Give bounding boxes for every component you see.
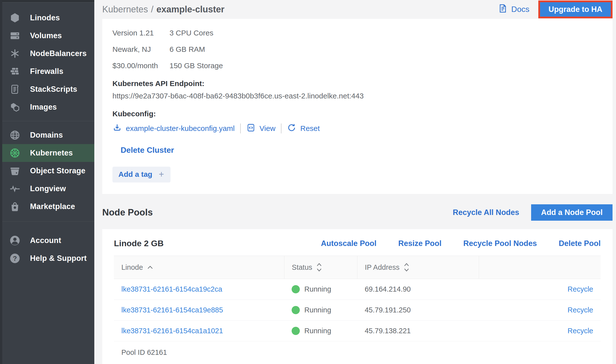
delete-cluster-link[interactable]: Delete Cluster	[121, 146, 174, 155]
breadcrumb-kubernetes[interactable]: Kubernetes	[102, 4, 148, 15]
help-icon: ?	[9, 252, 21, 265]
table-row: lke38731-62161-6154ca19e885 Running 45.7…	[114, 300, 601, 321]
status-label: Running	[304, 327, 331, 335]
cluster-storage: 150 GB Storage	[170, 61, 603, 70]
autoscale-pool-link[interactable]: Autoscale Pool	[321, 239, 376, 248]
sidebar-item-account[interactable]: Account	[2, 232, 94, 249]
linode-icon	[9, 12, 21, 24]
page-header: Kubernetes / example-cluster Docs Upgrad…	[102, 0, 613, 19]
node-link[interactable]: lke38731-62161-6154ca19e885	[121, 306, 223, 314]
node-pools-header: Node Pools Recycle All Nodes Add a Node …	[102, 204, 613, 221]
sidebar-item-longview[interactable]: Longview	[2, 180, 94, 198]
nodebalancers-icon	[9, 47, 21, 60]
sidebar-item-object-storage[interactable]: Object Storage	[2, 162, 94, 180]
nodes-table: Linode Status	[114, 256, 601, 364]
kubeconfig-label: Kubeconfig:	[112, 110, 603, 118]
node-ip: 45.79.191.250	[357, 300, 479, 321]
cluster-cpu: 3 CPU Cores	[170, 29, 603, 37]
marketplace-icon	[9, 200, 21, 213]
sidebar-divider	[2, 221, 94, 222]
status-running-dot	[292, 327, 300, 335]
resize-pool-link[interactable]: Resize Pool	[398, 239, 442, 248]
docs-link[interactable]: Docs	[498, 3, 529, 15]
cluster-price: $30.00/month	[112, 61, 170, 70]
volumes-icon	[9, 30, 21, 42]
recycle-all-nodes-link[interactable]: Recycle All Nodes	[453, 208, 519, 217]
kubeconfig-view-link[interactable]: View	[246, 123, 275, 134]
sidebar-item-stackscripts[interactable]: StackScripts	[2, 80, 94, 98]
sidebar-item-volumes[interactable]: Volumes	[2, 27, 94, 45]
sidebar-item-help-support[interactable]: ? Help & Support	[2, 249, 94, 267]
sort-ascending-icon	[147, 265, 153, 270]
sidebar-item-marketplace[interactable]: Marketplace	[2, 198, 94, 215]
sort-both-icon	[316, 262, 322, 272]
status-running-dot	[292, 306, 300, 314]
docs-icon	[498, 3, 508, 15]
cluster-version: Version 1.21	[112, 29, 170, 37]
node-pools-title: Node Pools	[102, 207, 153, 218]
reset-label: Reset	[300, 124, 320, 133]
sidebar-item-label: Marketplace	[30, 202, 75, 211]
domains-icon	[9, 129, 21, 141]
upgrade-to-ha-button[interactable]: Upgrade to HA	[540, 2, 611, 17]
main-content: Kubernetes / example-cluster Docs Upgrad…	[94, 0, 616, 364]
pool-head: Linode 2 GB Autoscale Pool Resize Pool R…	[114, 239, 601, 248]
breadcrumb-cluster-name: example-cluster	[156, 4, 224, 15]
recycle-node-link[interactable]: Recycle	[568, 285, 593, 293]
sidebar-item-label: Volumes	[30, 31, 62, 40]
svg-text:?: ?	[13, 255, 17, 262]
add-tag-label: Add a tag	[118, 170, 152, 179]
sidebar-item-label: Account	[30, 236, 61, 245]
sidebar-item-label: Kubernetes	[30, 149, 73, 157]
column-header-linode[interactable]: Linode	[121, 263, 277, 272]
add-tag-button[interactable]: Add a tag +	[112, 167, 171, 182]
cluster-ram: 6 GB RAM	[170, 45, 603, 54]
column-header-status[interactable]: Status	[292, 262, 350, 272]
upgrade-ha-highlight: Upgrade to HA	[538, 0, 613, 18]
sidebar-item-linodes[interactable]: Linodes	[2, 9, 94, 27]
recycle-node-link[interactable]: Recycle	[568, 306, 593, 314]
add-node-pool-button[interactable]: Add a Node Pool	[531, 204, 613, 221]
node-link[interactable]: lke38731-62161-6154ca19c2ca	[121, 285, 222, 293]
sidebar-divider	[2, 121, 94, 121]
cluster-region: Newark, NJ	[112, 45, 170, 54]
object-storage-icon	[9, 165, 21, 177]
sidebar-item-label: Object Storage	[30, 166, 85, 175]
node-pool-card: Linode 2 GB Autoscale Pool Resize Pool R…	[102, 229, 613, 364]
sidebar-item-label: Images	[30, 103, 57, 112]
delete-pool-link[interactable]: Delete Pool	[559, 239, 601, 248]
divider	[281, 123, 281, 133]
kubeconfig-reset-link[interactable]: Reset	[287, 123, 320, 134]
download-icon	[112, 123, 122, 134]
sidebar-item-firewalls[interactable]: Firewalls	[2, 62, 94, 80]
node-link[interactable]: lke38731-62161-6154ca1a1021	[121, 327, 223, 335]
sidebar: Linodes Volumes NodeBalancers Firewalls …	[0, 0, 94, 364]
sidebar-item-domains[interactable]: Domains	[2, 126, 94, 144]
node-ip: 45.79.138.221	[357, 321, 479, 341]
images-icon	[9, 101, 21, 113]
view-label: View	[260, 124, 275, 133]
api-endpoint-label: Kubernetes API Endpoint:	[112, 79, 603, 88]
kubeconfig-filename: example-cluster-kubeconfig.yaml	[126, 124, 235, 133]
breadcrumb-separator: /	[151, 4, 153, 15]
pool-id: Pool ID 62161	[114, 341, 601, 364]
sidebar-item-images[interactable]: Images	[2, 98, 94, 116]
breadcrumb: Kubernetes / example-cluster	[102, 4, 224, 15]
kubeconfig-actions: example-cluster-kubeconfig.yaml View Res…	[112, 123, 603, 134]
plus-icon: +	[159, 170, 164, 179]
sidebar-item-kubernetes[interactable]: Kubernetes	[2, 144, 94, 162]
cluster-summary-card: Version 1.21 3 CPU Cores Newark, NJ 6 GB…	[102, 19, 613, 194]
docs-label: Docs	[511, 5, 529, 14]
sidebar-item-label: Help & Support	[30, 254, 87, 263]
sidebar-item-nodebalancers[interactable]: NodeBalancers	[2, 45, 94, 62]
api-endpoint-url: https://9e2a7307-b6ac-408f-ba62-9483b0b3…	[112, 92, 603, 100]
recycle-pool-nodes-link[interactable]: Recycle Pool Nodes	[463, 239, 537, 248]
status-label: Running	[304, 306, 331, 314]
sidebar-item-label: NodeBalancers	[30, 49, 87, 58]
recycle-node-link[interactable]: Recycle	[568, 327, 593, 335]
sidebar-item-label: Longview	[30, 184, 66, 193]
pool-name: Linode 2 GB	[114, 239, 164, 248]
kubeconfig-download-link[interactable]: example-cluster-kubeconfig.yaml	[112, 123, 235, 134]
column-header-ip-address[interactable]: IP Address	[365, 262, 471, 272]
sidebar-item-label: Domains	[30, 131, 63, 140]
